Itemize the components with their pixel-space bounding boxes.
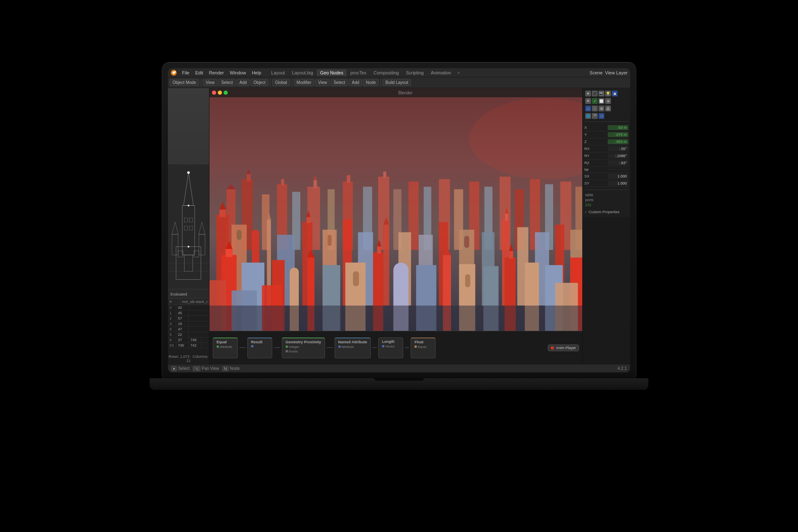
select-icon[interactable]: ⬜ (598, 98, 604, 104)
connector-dot-3 (286, 345, 288, 348)
svg-rect-31 (281, 179, 284, 185)
minimize-button[interactable] (218, 91, 222, 95)
transform-global[interactable]: Global (272, 79, 290, 86)
anim-player-close-icon[interactable] (551, 346, 554, 350)
prop-sx-value[interactable]: 1.000 (608, 174, 628, 179)
laptop-container: File Edit Render Window Help Layout Layo… (162, 62, 636, 470)
connector-dot-5 (338, 345, 341, 348)
menu-file[interactable]: File (180, 69, 192, 76)
data-table: # inst_idx stack_t... 0 42 1 (168, 299, 209, 348)
evaluated-mode-label: Evaluated (170, 292, 187, 296)
light-icon[interactable]: 💡 (605, 91, 611, 96)
traffic-lights (212, 91, 228, 95)
tab-animation[interactable]: Animation (427, 69, 454, 76)
camera-icon[interactable]: 📷 (598, 91, 604, 96)
table-label: table (584, 192, 628, 197)
view2-menu[interactable]: View (315, 79, 330, 86)
data-panel: Evaluated # inst_idx stack_t... 0 (168, 289, 209, 364)
prop-x: X :63 m (584, 124, 628, 131)
prop-rz-value[interactable]: :.83° (608, 160, 628, 165)
node-geometry-proximity[interactable]: Geometry Proximity Integer Exists (282, 337, 325, 358)
render-icon[interactable]: ⬛ (592, 91, 598, 96)
select-menu[interactable]: Select (218, 79, 236, 86)
cell-1-a: 45 (176, 310, 189, 315)
connector-dot-1 (217, 345, 219, 348)
checkmark-icon: ✓ (584, 210, 588, 214)
node-menu[interactable]: Node (363, 79, 379, 86)
filter-icon[interactable]: ▼ (585, 91, 591, 96)
menu-edit[interactable]: Edit (193, 69, 206, 76)
prop-x-label: X (584, 126, 587, 130)
scene-selector[interactable]: Scene (590, 70, 603, 75)
mat-icon[interactable]: ○ (592, 106, 598, 111)
constraint-icon[interactable]: ⊞ (598, 106, 604, 111)
menu-window[interactable]: Window (227, 69, 249, 76)
maximize-button[interactable] (224, 91, 228, 95)
view3d-icon[interactable]: ◻ (585, 106, 591, 111)
layer-vis-icon[interactable]: ✓ (592, 98, 598, 104)
svg-rect-65 (306, 217, 310, 223)
prop-x-value[interactable]: :63 m (608, 125, 628, 130)
node-editor: Equal Attribute Result (209, 331, 582, 364)
view-layer-selector[interactable]: View Layer (605, 70, 628, 75)
geo-nodes-icon[interactable]: ⬡ (598, 113, 604, 119)
prop-z-value[interactable]: :.053 m (608, 139, 628, 144)
view-menu[interactable]: View (203, 79, 218, 86)
custom-properties-label: Custom Properties (589, 210, 620, 214)
tab-scripting[interactable]: Scripting (403, 69, 427, 76)
select2-menu[interactable]: Select (331, 79, 348, 86)
menu-help[interactable]: Help (249, 69, 264, 76)
center-viewport[interactable]: Blender (209, 88, 582, 364)
object-menu[interactable]: Object (251, 79, 268, 86)
tab-compositing[interactable]: Compositing (370, 69, 402, 76)
eye-icon[interactable]: 👁 (585, 98, 591, 104)
particle-icon[interactable]: ⁂ (605, 106, 611, 111)
add2-menu[interactable]: Add (349, 79, 362, 86)
icon-row-1: ▼ ⬛ 📷 💡 ◼ (584, 90, 629, 97)
prop-tar-label: tar (584, 167, 589, 172)
node-length[interactable]: Length Vector (378, 337, 403, 358)
node-named-attribute[interactable]: Named Attribute Attribute (335, 337, 371, 358)
frame-number: 231 (584, 202, 628, 207)
table-row: 63 745 742 (168, 343, 209, 348)
close-button[interactable] (212, 91, 216, 95)
icon-row-4: 🌐 🎬 ⬡ (584, 112, 629, 120)
tab-proctex[interactable]: procTex (347, 69, 370, 76)
table-row: 1 45 (168, 310, 209, 316)
ports-label: ports (584, 197, 628, 202)
transform-icon[interactable]: ⊕ (605, 98, 611, 104)
prop-ry-value[interactable]: :.1086° (608, 153, 628, 158)
viewport-render[interactable] (209, 88, 582, 331)
node-label: Node (230, 366, 240, 371)
menu-bar: File Edit Render Window Help Layout Layo… (168, 68, 630, 77)
cell-6-b: 745 (189, 337, 201, 342)
tab-geo-nodes[interactable]: Geo Nodes (317, 69, 347, 76)
anim-player-badge[interactable]: Anim Player (548, 345, 579, 351)
node-wire-4 (372, 347, 377, 348)
add-menu[interactable]: Add (236, 79, 250, 86)
prop-tar-value[interactable] (608, 169, 628, 170)
properties-section: X :63 m Y :075 m Z :.053 (584, 123, 629, 188)
build-layout-btn[interactable]: Build Layout (382, 79, 411, 86)
prop-y-value[interactable]: :075 m (608, 132, 628, 137)
tab-layout[interactable]: Layout (268, 69, 288, 76)
add-workspace-button[interactable]: + (455, 69, 462, 76)
status-node: N Node (222, 366, 239, 371)
node-result[interactable]: Result (247, 337, 272, 358)
node-float[interactable]: Float Equal (411, 337, 436, 358)
modifier-btn[interactable]: Modifier (294, 79, 315, 86)
tab-layout-big[interactable]: Layout.big (289, 69, 317, 76)
node-geo-prox-title: Geometry Proximity (286, 340, 321, 344)
mode-selector[interactable]: Object Mode (170, 79, 199, 86)
select-key: ● (171, 366, 177, 371)
node-equal-1[interactable]: Equal Attribute (213, 337, 238, 358)
cell-0-idx: 0 (168, 305, 176, 310)
connector-dot-4 (286, 350, 288, 352)
world-icon[interactable]: 🌐 (585, 113, 591, 119)
laptop-base (150, 378, 648, 390)
mesh-icon[interactable]: ◼ (612, 91, 618, 96)
scene-icon[interactable]: 🎬 (592, 113, 598, 119)
prop-sy-value[interactable]: 1.000 (608, 181, 628, 186)
prop-rx-value[interactable]: :.55° (608, 146, 628, 151)
menu-render[interactable]: Render (207, 69, 227, 76)
